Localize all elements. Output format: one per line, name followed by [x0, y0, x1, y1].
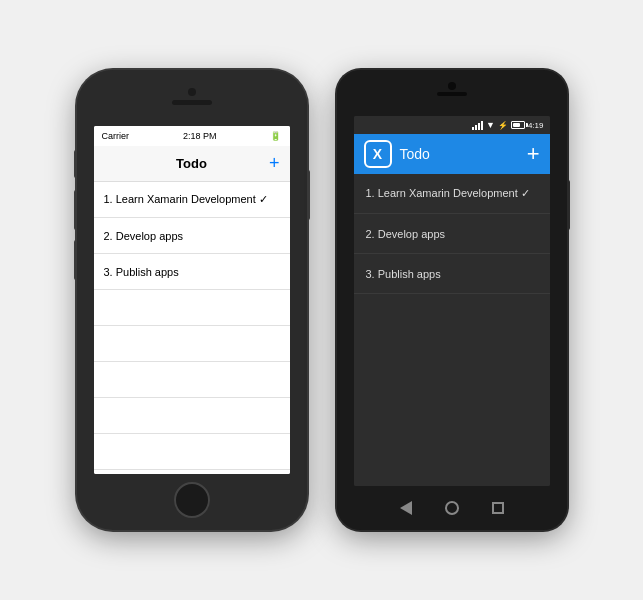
- android-speaker: [437, 92, 467, 96]
- signal-icon: [472, 121, 483, 130]
- android-recents-button[interactable]: [489, 499, 507, 517]
- ios-phone: Carrier 2:18 PM 🔋 Todo + 1. Learn Xamari…: [77, 70, 307, 530]
- android-list-item[interactable]: 3. Publish apps: [354, 254, 550, 294]
- android-camera: [448, 82, 456, 90]
- wifi-icon: ▼: [486, 120, 495, 130]
- ios-home-button[interactable]: [174, 482, 210, 518]
- ios-top-bezel: [77, 70, 307, 126]
- ios-empty-row: [94, 470, 290, 474]
- ios-list-item[interactable]: 1. Learn Xamarin Development ✓: [94, 182, 290, 218]
- android-phone: ▼ ⚡ 4:19 X Todo + 1. Learn Xamarin Devel…: [337, 70, 567, 530]
- ios-nav-title: Todo: [176, 156, 207, 171]
- android-screen: ▼ ⚡ 4:19 X Todo + 1. Learn Xamarin Devel…: [354, 116, 550, 486]
- android-top-bezel: [337, 70, 567, 116]
- ios-status-right: 🔋: [270, 131, 281, 141]
- ios-silent-button: [74, 150, 77, 178]
- ios-list-item[interactable]: 2. Develop apps: [94, 218, 290, 254]
- ios-empty-row: [94, 290, 290, 326]
- ios-battery-icon: 🔋: [270, 131, 281, 141]
- battery-icon: [511, 121, 525, 129]
- ios-empty-row: [94, 326, 290, 362]
- ios-empty-row: [94, 398, 290, 434]
- android-toolbar-title: Todo: [400, 146, 519, 162]
- ios-list-item[interactable]: 3. Publish apps: [94, 254, 290, 290]
- ios-carrier: Carrier: [102, 131, 130, 141]
- android-add-button[interactable]: +: [527, 141, 540, 167]
- android-time: 4:19: [528, 121, 544, 130]
- home-icon: [445, 501, 459, 515]
- ios-empty-row: [94, 434, 290, 470]
- ios-camera: [188, 88, 196, 96]
- ios-nav-bar: Todo +: [94, 146, 290, 182]
- android-list: 1. Learn Xamarin Development ✓ 2. Develo…: [354, 174, 550, 486]
- android-power-button: [567, 180, 570, 230]
- android-nav-bar: [337, 486, 567, 530]
- ios-time: 2:18 PM: [183, 131, 217, 141]
- ios-volume-up-button: [74, 190, 77, 230]
- back-icon: [400, 501, 412, 515]
- ios-empty-row: [94, 362, 290, 398]
- ios-power-button: [307, 170, 310, 220]
- ios-screen: Carrier 2:18 PM 🔋 Todo + 1. Learn Xamari…: [94, 126, 290, 474]
- ios-add-button[interactable]: +: [269, 153, 280, 174]
- android-home-button[interactable]: [443, 499, 461, 517]
- recents-icon: [492, 502, 504, 514]
- android-status-bar: ▼ ⚡ 4:19: [354, 116, 550, 134]
- ios-list: 1. Learn Xamarin Development ✓ 2. Develo…: [94, 182, 290, 474]
- ios-volume-down-button: [74, 240, 77, 280]
- android-back-button[interactable]: [397, 499, 415, 517]
- xamarin-icon: X: [364, 140, 392, 168]
- ios-status-bar: Carrier 2:18 PM 🔋: [94, 126, 290, 146]
- ios-speaker: [172, 100, 212, 105]
- android-toolbar: X Todo +: [354, 134, 550, 174]
- android-list-item[interactable]: 1. Learn Xamarin Development ✓: [354, 174, 550, 214]
- android-list-item[interactable]: 2. Develop apps: [354, 214, 550, 254]
- bolt-icon: ⚡: [498, 121, 508, 130]
